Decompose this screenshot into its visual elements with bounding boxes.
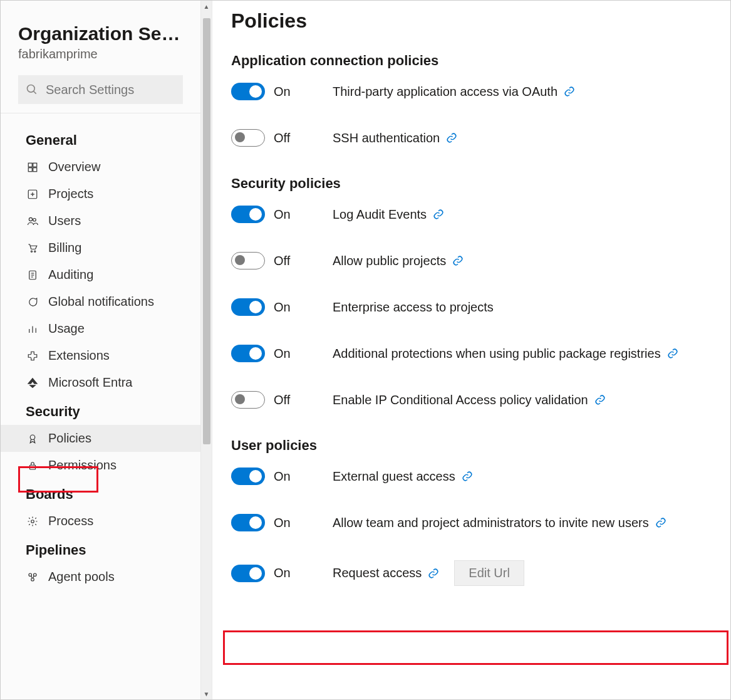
svg-point-22 [31, 520, 34, 523]
policy-ssh: Off SSH authentication [231, 129, 712, 147]
sidebar-item-microsoft-entra[interactable]: Microsoft Entra [1, 369, 200, 396]
policy-label: Third-party application access via OAuth [333, 85, 557, 99]
policy-label: Enable IP Conditional Access policy vali… [333, 393, 588, 407]
nav-label: Auditing [48, 268, 93, 282]
sidebar-scrollbar[interactable]: ▲ ▼ [201, 1, 212, 699]
nav-label: Overview [48, 160, 100, 174]
policy-label: Log Audit Events [333, 207, 427, 222]
svg-rect-21 [30, 465, 36, 469]
policy-oauth: On Third-party application access via OA… [231, 83, 712, 100]
bar-chart-icon [26, 322, 39, 336]
sidebar-item-usage[interactable]: Usage [1, 315, 200, 342]
sidebar: Organization Settin… fabrikamprime Gener… [1, 1, 201, 699]
nav-group-security: Security [1, 396, 200, 425]
scroll-up-icon[interactable]: ▲ [201, 1, 212, 12]
link-icon[interactable] [428, 568, 439, 579]
toggle-state: On [274, 300, 314, 315]
pools-icon [26, 570, 39, 584]
toggle-state: On [274, 347, 314, 361]
toggle-ip-cap[interactable] [231, 391, 265, 409]
scroll-thumb[interactable] [203, 18, 210, 444]
people-icon [26, 214, 39, 228]
toggle-state: On [274, 207, 314, 222]
page-title: Policies [231, 9, 712, 33]
link-icon[interactable] [462, 471, 473, 482]
edit-url-button[interactable]: Edit Url [454, 560, 524, 586]
toggle-invite-users[interactable] [231, 514, 265, 531]
link-icon[interactable] [667, 348, 678, 359]
nav-group-general: General [1, 125, 200, 154]
policy-enterprise-access: On Enterprise access to projects [231, 298, 712, 316]
sidebar-nav: General Overview Projects Users Billing [1, 113, 200, 590]
policy-label: Allow team and project administrators to… [333, 516, 649, 530]
svg-point-25 [31, 578, 34, 581]
toggle-ssh[interactable] [231, 129, 265, 147]
policy-audit: On Log Audit Events [231, 206, 712, 223]
link-icon[interactable] [655, 517, 666, 528]
main-content: Policies Application connection policies… [212, 1, 730, 699]
svg-point-10 [33, 218, 36, 221]
link-icon[interactable] [446, 132, 457, 144]
policy-label: Additional protections when using public… [333, 347, 661, 361]
sidebar-item-extensions[interactable]: Extensions [1, 342, 200, 369]
puzzle-icon [26, 349, 39, 363]
policy-public-projects: Off Allow public projects [231, 252, 712, 269]
sidebar-item-auditing[interactable]: Auditing [1, 261, 200, 288]
nav-label: Agent pools [48, 570, 115, 584]
toggle-oauth[interactable] [231, 83, 265, 100]
org-name: fabrikamprime [18, 47, 183, 61]
sidebar-item-process[interactable]: Process [1, 508, 200, 535]
sidebar-item-billing[interactable]: Billing [1, 234, 200, 261]
search-icon [26, 83, 38, 96]
sidebar-item-policies[interactable]: Policies [1, 425, 200, 452]
link-icon[interactable] [433, 209, 444, 220]
policy-label: Enterprise access to projects [333, 300, 494, 315]
policy-label: SSH authentication [333, 131, 440, 145]
section-app-connection: Application connection policies [231, 53, 712, 69]
gear-icon [26, 515, 39, 528]
section-user-policies: User policies [231, 437, 712, 454]
svg-point-9 [29, 217, 32, 221]
lock-icon [26, 459, 39, 473]
nav-label: Policies [48, 431, 91, 446]
policy-invite-users: On Allow team and project administrators… [231, 514, 712, 531]
nav-label: Permissions [48, 458, 117, 473]
sidebar-item-global-notifications[interactable]: Global notifications [1, 288, 200, 315]
chat-icon [26, 295, 39, 309]
svg-rect-5 [33, 167, 37, 171]
toggle-state: On [274, 566, 314, 580]
sidebar-item-users[interactable]: Users [1, 207, 200, 234]
policy-label: Allow public projects [333, 254, 446, 268]
toggle-guest-access[interactable] [231, 468, 265, 485]
link-icon[interactable] [564, 86, 575, 97]
sidebar-item-overview[interactable]: Overview [1, 154, 200, 180]
cart-icon [26, 241, 39, 255]
svg-point-20 [30, 435, 35, 440]
toggle-audit[interactable] [231, 206, 265, 223]
toggle-public-pkg[interactable] [231, 345, 265, 362]
toggle-state: Off [274, 254, 314, 268]
policy-guest-access: On External guest access [231, 468, 712, 485]
toggle-request-access[interactable] [231, 565, 265, 582]
sidebar-item-permissions[interactable]: Permissions [1, 452, 200, 479]
policy-label: External guest access [333, 469, 455, 484]
nav-label: Billing [48, 241, 81, 255]
toggle-enterprise-access[interactable] [231, 298, 265, 316]
scroll-down-icon[interactable]: ▼ [201, 688, 212, 699]
nav-group-pipelines: Pipelines [1, 535, 200, 563]
svg-point-12 [34, 251, 36, 252]
link-icon[interactable] [452, 255, 464, 266]
sidebar-item-projects[interactable]: Projects [1, 180, 200, 207]
svg-rect-4 [28, 167, 32, 171]
link-icon[interactable] [594, 394, 606, 405]
svg-line-26 [31, 575, 33, 578]
toggle-public-projects[interactable] [231, 252, 265, 269]
toggle-state: On [274, 469, 314, 484]
sidebar-item-agent-pools[interactable]: Agent pools [1, 563, 200, 590]
dashboard-icon [26, 160, 39, 174]
nav-group-boards: Boards [1, 479, 200, 508]
policy-public-pkg: On Additional protections when using pub… [231, 345, 712, 362]
svg-line-27 [33, 575, 34, 578]
search-input[interactable] [46, 83, 175, 97]
search-settings[interactable] [18, 75, 183, 104]
